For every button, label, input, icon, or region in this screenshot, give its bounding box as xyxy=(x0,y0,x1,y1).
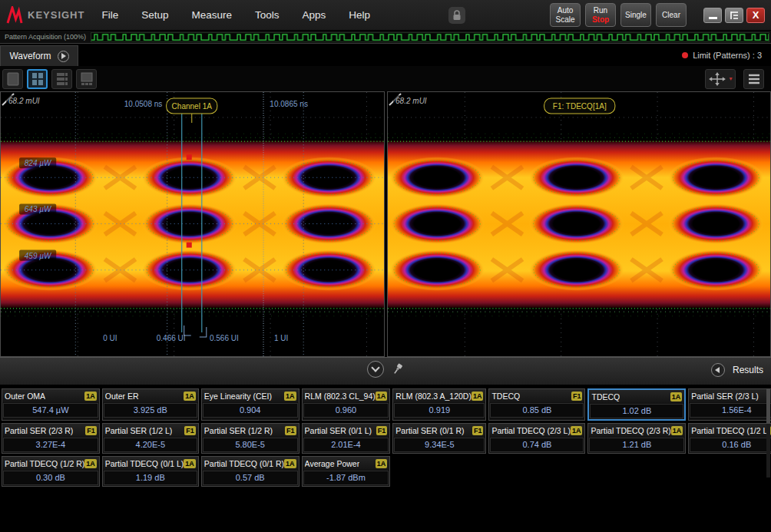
window-menu-button[interactable] xyxy=(725,8,743,23)
result-partial-tdecq-23r[interactable]: Partial TDECQ (2/3 R)1A 1.21 dB xyxy=(587,423,686,454)
svg-text:824 µW: 824 µW xyxy=(25,159,52,167)
result-tdecq-1a-selected[interactable]: TDECQ1A 1.02 dB xyxy=(587,388,686,421)
level-marker-824: 824 µW xyxy=(19,157,56,168)
run-stop-button[interactable]: Run Stop xyxy=(585,3,616,27)
result-rlm-cl94[interactable]: RLM (802.3 CL_94)1A 0.960 xyxy=(302,388,391,421)
layout-grid-button[interactable] xyxy=(27,69,48,89)
ui-label-1: 1 UI xyxy=(274,334,288,342)
move-crosshair-icon xyxy=(708,71,726,87)
menu-setup[interactable]: Setup xyxy=(141,9,168,21)
result-value: 2.01E-4 xyxy=(303,438,389,452)
result-outer-er[interactable]: Outer ER1A 3.925 dB xyxy=(102,388,199,421)
auto-scale-button[interactable]: Auto Scale xyxy=(550,3,581,27)
play-icon[interactable] xyxy=(58,51,69,62)
window-controls: X xyxy=(703,8,765,23)
arrow-left-icon xyxy=(715,367,720,373)
waveform-display-area: 68.2 mUI Channel 1A 10.0508 ns 10.0865 n… xyxy=(0,91,771,357)
source-badge: 1A xyxy=(472,392,484,401)
main-menu: File Setup Measure Tools Apps Help xyxy=(101,9,370,21)
source-badge: F1 xyxy=(184,426,196,435)
result-partial-tdecq-01r[interactable]: Partial TDECQ (0/1 R)1A 0.57 dB xyxy=(201,456,299,487)
result-partial-ser-23r[interactable]: Partial SER (2/3 R)F1 3.27E-4 xyxy=(2,423,100,454)
vertical-scale-label: 68.2 mUI xyxy=(395,97,427,105)
results-split-bar[interactable]: Results xyxy=(0,357,771,385)
result-value: 0.16 dB xyxy=(690,438,771,452)
histogram-marker-upper[interactable] xyxy=(187,154,192,160)
result-value: 9.34E-5 xyxy=(394,438,485,452)
result-rlm-a120d[interactable]: RLM (802.3 A_120D)1A 0.919 xyxy=(392,388,486,421)
minimize-icon xyxy=(709,17,717,19)
result-value: 1.02 dB xyxy=(590,404,683,418)
result-value: 3.27E-4 xyxy=(3,438,98,452)
result-value: 0.904 xyxy=(203,403,298,418)
pan-tool-dropdown-icon[interactable]: ▾ xyxy=(729,75,732,82)
source-badge: 1A xyxy=(376,459,388,468)
result-partial-tdecq-12r[interactable]: Partial TDECQ (1/2 R)1A 0.30 dB xyxy=(2,456,100,487)
source-badge: F1 xyxy=(376,426,388,435)
source-badge: F1 xyxy=(472,426,484,435)
source-badge: 1A xyxy=(84,392,97,401)
source-badge: 1A xyxy=(671,426,683,435)
eye-panel-f1-tdecq[interactable]: 68.2 mUI F1: TDECQ[1A] xyxy=(387,91,771,357)
collapse-results-button[interactable] xyxy=(367,361,384,378)
result-value: 0.74 dB xyxy=(490,438,584,452)
minimize-button[interactable] xyxy=(703,8,722,23)
result-partial-ser-01l[interactable]: Partial SER (0/1 L)F1 2.01E-4 xyxy=(302,423,391,454)
menu-tools[interactable]: Tools xyxy=(255,9,280,21)
menu-measure[interactable]: Measure xyxy=(192,9,233,21)
logo-text: KEYSIGHT xyxy=(28,9,84,21)
eye-panel-channel-1a[interactable]: 68.2 mUI Channel 1A 10.0508 ns 10.0865 n… xyxy=(0,91,385,357)
result-partial-ser-01r[interactable]: Partial SER (0/1 R)F1 9.34E-5 xyxy=(392,423,486,454)
source-badge: 1A xyxy=(184,392,196,401)
clear-button[interactable]: Clear xyxy=(656,3,687,27)
result-tdecq-f1[interactable]: TDECQF1 0.85 dB xyxy=(488,388,585,421)
results-nav-left-button[interactable] xyxy=(711,363,725,377)
result-average-power[interactable]: Average Power1A -1.87 dBm xyxy=(302,456,391,487)
acquisition-status: Pattern Acquisition (100%) xyxy=(0,33,91,41)
result-value: 0.57 dB xyxy=(203,471,298,485)
menu-apps[interactable]: Apps xyxy=(303,9,326,21)
close-button[interactable]: X xyxy=(746,8,765,23)
time-marker-right-label: 10.0865 ns xyxy=(270,100,308,108)
layout-rows-button[interactable] xyxy=(51,69,72,89)
result-partial-ser-12l[interactable]: Partial SER (1/2 L)F1 4.20E-5 xyxy=(102,423,199,454)
result-partial-tdecq-23l[interactable]: Partial TDECQ (2/3 L)1A 0.74 dB xyxy=(488,423,585,454)
result-partial-tdecq-01l[interactable]: Partial TDECQ (0/1 L)1A 1.19 dB xyxy=(102,456,199,487)
ui-label-0466: 0.466 UI xyxy=(157,334,186,342)
svg-text:F1: TDECQ[1A]: F1: TDECQ[1A] xyxy=(552,102,606,111)
result-partial-ser-12r[interactable]: Partial SER (1/2 R)F1 5.80E-5 xyxy=(201,423,299,454)
source-badge: 1A xyxy=(670,392,683,401)
vertical-scale-label: 68.2 mUI xyxy=(8,97,40,105)
results-scrollbar[interactable] xyxy=(766,388,770,477)
limit-dot-icon xyxy=(682,52,688,58)
result-value: 4.20E-5 xyxy=(104,438,197,452)
ui-label-0: 0 UI xyxy=(103,334,117,342)
time-marker-left-label: 10.0508 ns xyxy=(124,100,163,108)
limit-label: Limit (Patterns) : 3 xyxy=(693,51,762,60)
tab-waveform[interactable]: Waveform xyxy=(0,45,78,66)
layout-main-footer-button[interactable] xyxy=(76,69,97,89)
result-value: 3.925 dB xyxy=(104,403,197,418)
source-badge: F1 xyxy=(285,426,296,435)
results-title: Results xyxy=(733,365,763,375)
result-partial-ser-23l[interactable]: Partial SER (2/3 L)F1 1.56E-4 xyxy=(688,388,771,421)
instrument-controls: Auto Scale Run Stop Single Clear X xyxy=(550,3,765,27)
result-eye-linearity[interactable]: Eye Linearity (CEI)1A 0.904 xyxy=(201,388,299,421)
display-menu-button[interactable] xyxy=(743,69,764,89)
menu-file[interactable]: File xyxy=(101,9,118,21)
result-outer-oma[interactable]: Outer OMA1A 547.4 µW xyxy=(2,388,100,421)
pan-tool-button[interactable]: ▾ xyxy=(705,69,736,89)
result-value: 1.19 dB xyxy=(104,471,197,485)
result-value: 1.56E-4 xyxy=(690,403,771,418)
menu-help[interactable]: Help xyxy=(349,9,370,21)
single-button[interactable]: Single xyxy=(620,3,651,27)
result-value: 0.30 dB xyxy=(3,471,98,485)
result-value: 0.919 xyxy=(394,403,485,418)
result-partial-tdecq-12l[interactable]: Partial TDECQ (1/2 L)1A 0.16 dB xyxy=(688,423,771,454)
layout-single-button[interactable] xyxy=(2,69,23,89)
histogram-marker-lower[interactable] xyxy=(187,243,192,248)
pin-icon[interactable] xyxy=(393,363,404,375)
function-badge[interactable]: F1: TDECQ[1A] xyxy=(544,98,614,114)
result-value: 0.85 dB xyxy=(490,403,584,418)
menu-bar: KEYSIGHT File Setup Measure Tools Apps H… xyxy=(0,0,771,31)
